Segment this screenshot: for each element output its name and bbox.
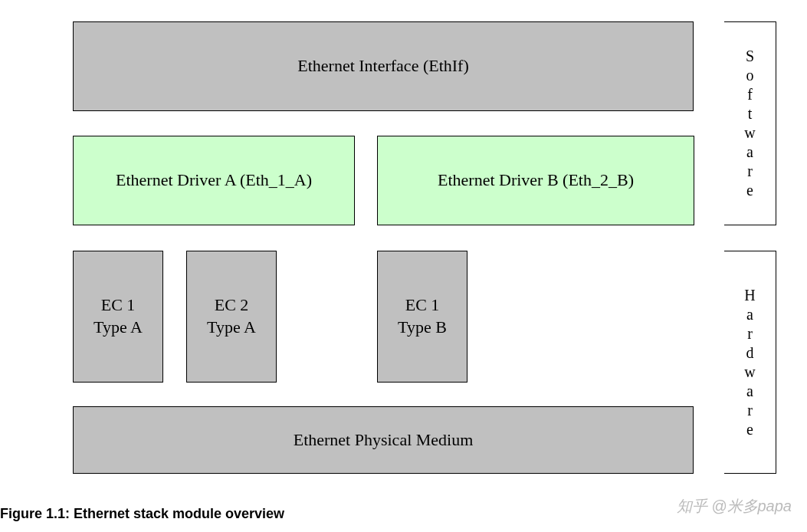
label-ec1-type-a: EC 1 Type A — [93, 294, 143, 338]
ec2a-line2: Type A — [207, 317, 256, 337]
box-driver-a: Ethernet Driver A (Eth_1_A) — [73, 136, 355, 225]
label-ec1-type-b: EC 1 Type B — [398, 294, 447, 338]
label-ethernet-interface: Ethernet Interface (EthIf) — [297, 55, 469, 77]
side-label-hardware: Hardware — [724, 251, 776, 474]
hardware-vertical-text: Hardware — [744, 286, 755, 439]
box-physical-medium: Ethernet Physical Medium — [73, 406, 694, 474]
box-ec1-type-a: EC 1 Type A — [73, 251, 163, 383]
ec1b-line2: Type B — [398, 317, 447, 337]
figure-caption: Figure 1.1: Ethernet stack module overvi… — [0, 506, 284, 522]
ec1a-line1: EC 1 — [101, 295, 136, 314]
box-ec2-type-a: EC 2 Type A — [186, 251, 277, 383]
software-vertical-text: Software — [744, 47, 755, 200]
label-driver-a: Ethernet Driver A (Eth_1_A) — [116, 169, 312, 192]
label-physical-medium: Ethernet Physical Medium — [294, 429, 474, 452]
box-ec1-type-b: EC 1 Type B — [377, 251, 467, 383]
box-driver-b: Ethernet Driver B (Eth_2_B) — [377, 136, 694, 225]
ec1b-line1: EC 1 — [405, 295, 440, 314]
label-driver-b: Ethernet Driver B (Eth_2_B) — [438, 169, 634, 192]
box-ethernet-interface: Ethernet Interface (EthIf) — [73, 21, 694, 111]
ec2a-line1: EC 2 — [215, 295, 249, 314]
diagram-canvas: Ethernet Interface (EthIf) Ethernet Driv… — [8, 0, 807, 532]
label-ec2-type-a: EC 2 Type A — [207, 294, 256, 338]
ec1a-line2: Type A — [93, 317, 143, 337]
side-label-software: Software — [724, 21, 776, 225]
